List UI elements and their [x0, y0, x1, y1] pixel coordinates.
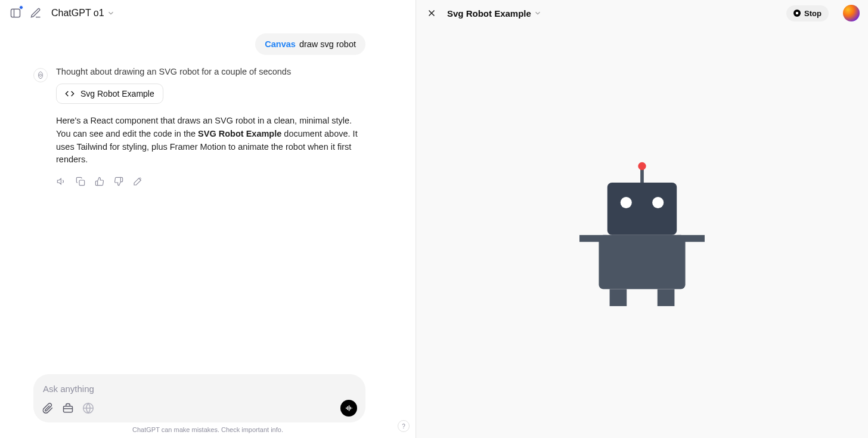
svg-rect-24: [610, 289, 627, 306]
assistant-body: Thought about drawing an SVG robot for a…: [56, 67, 365, 187]
chat-pane: ChatGPT o1 Canvas draw svg robot Thought…: [0, 0, 416, 438]
user-message-bubble: Canvas draw svg robot: [255, 33, 365, 55]
artifact-title: Svg Robot Example: [80, 89, 154, 98]
thought-summary: Thought about drawing an SVG robot for a…: [56, 67, 365, 76]
svg-point-19: [621, 197, 632, 208]
close-canvas-button[interactable]: [424, 6, 439, 20]
copy-button[interactable]: [75, 176, 86, 187]
assistant-avatar: [33, 68, 48, 82]
composer[interactable]: [33, 374, 365, 422]
svg-point-20: [652, 197, 664, 208]
thumbs-up-icon: [95, 177, 104, 186]
model-label: ChatGPT o1: [51, 8, 104, 18]
canvas-preview: [416, 26, 868, 438]
notification-dot-icon: [19, 5, 23, 10]
robot-illustration: [579, 158, 705, 306]
assistant-message-text: Here's a React component that draws an S…: [56, 115, 365, 166]
thumbs-up-button[interactable]: [94, 176, 105, 187]
svg-rect-16: [640, 168, 644, 184]
user-avatar[interactable]: [843, 5, 860, 21]
voice-input-button[interactable]: [340, 400, 357, 417]
speaker-icon: [57, 177, 66, 186]
openai-logo-icon: [36, 71, 45, 79]
canvas-title-dropdown[interactable]: Svg Robot Example: [447, 8, 542, 18]
message-input[interactable]: [42, 381, 357, 400]
code-icon: [65, 89, 75, 98]
waveform-icon: [345, 404, 353, 412]
copy-icon: [76, 177, 85, 186]
svg-rect-18: [607, 183, 677, 235]
toolbox-icon: [62, 402, 74, 414]
sidebar-toggle-button[interactable]: [8, 6, 23, 20]
close-icon: [426, 8, 437, 18]
composer-area: ChatGPT can make mistakes. Check importa…: [0, 374, 416, 438]
message-actions: [56, 176, 365, 187]
edit-button[interactable]: [132, 176, 143, 187]
svg-rect-25: [658, 289, 675, 306]
svg-marker-3: [57, 178, 61, 184]
canvas-title: Svg Robot Example: [447, 8, 531, 18]
chevron-down-icon: [107, 9, 115, 17]
left-header: ChatGPT o1: [0, 0, 416, 26]
svg-rect-4: [79, 180, 85, 186]
globe-icon: [82, 402, 94, 414]
thumbs-down-button[interactable]: [113, 176, 124, 187]
model-selector[interactable]: ChatGPT o1: [51, 8, 115, 18]
user-message-row: Canvas draw svg robot: [33, 33, 382, 55]
svg-rect-0: [11, 9, 20, 17]
svg-rect-5: [64, 406, 73, 412]
assistant-message-row: Thought about drawing an SVG robot for a…: [33, 67, 382, 187]
chevron-down-icon: [534, 9, 542, 17]
canvas-header: Svg Robot Example Stop: [416, 0, 868, 26]
svg-point-2: [39, 74, 42, 76]
stop-label: Stop: [804, 9, 822, 18]
compose-icon: [30, 7, 42, 19]
stop-icon: [793, 10, 801, 17]
svg-rect-23: [599, 235, 685, 289]
svg-point-17: [638, 162, 646, 170]
canvas-prefix-chip: Canvas: [265, 39, 296, 49]
stop-button[interactable]: Stop: [786, 5, 829, 21]
avatar-image: [843, 5, 860, 21]
canvas-pane: Svg Robot Example Stop: [416, 0, 868, 438]
help-button[interactable]: ?: [398, 420, 410, 432]
thumbs-down-icon: [114, 177, 123, 186]
user-message-text: draw svg robot: [299, 39, 356, 49]
attach-button[interactable]: [42, 402, 54, 414]
web-button[interactable]: [82, 402, 94, 414]
tools-button[interactable]: [62, 402, 74, 414]
paperclip-icon: [42, 402, 54, 414]
help-label: ?: [402, 423, 405, 430]
disclaimer-text: ChatGPT can make mistakes. Check importa…: [33, 426, 382, 433]
new-chat-button[interactable]: [29, 6, 43, 20]
artifact-chip[interactable]: Svg Robot Example: [56, 84, 163, 104]
read-aloud-button[interactable]: [56, 176, 67, 187]
sparkle-edit-icon: [133, 177, 142, 186]
